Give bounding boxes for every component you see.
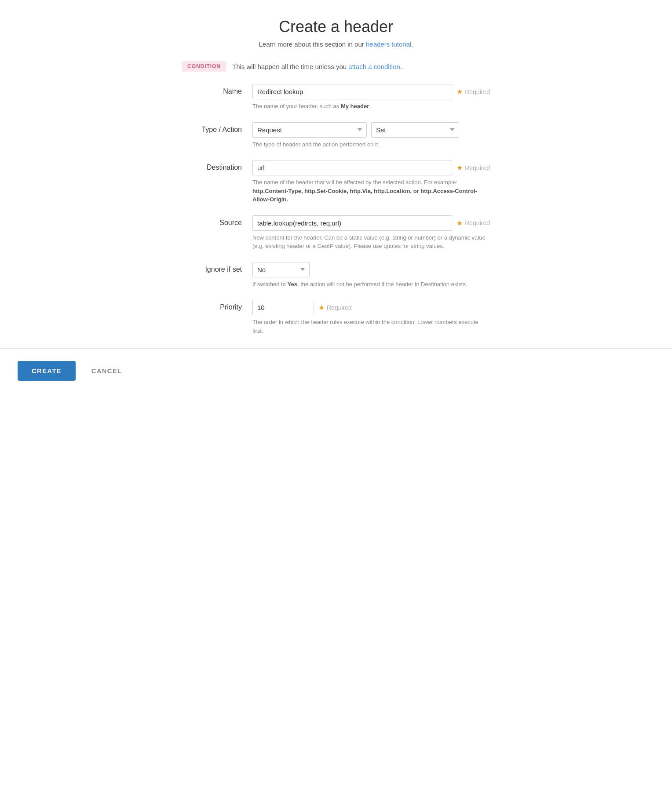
ignore-if-set-help: If switched to Yes, the action will not … bbox=[252, 280, 490, 289]
headers-tutorial-link[interactable]: headers tutorial bbox=[366, 40, 411, 48]
type-action-content: Request Response Set Append Delete Regex… bbox=[252, 122, 490, 149]
name-input[interactable] bbox=[252, 84, 452, 99]
cancel-button[interactable]: CANCEL bbox=[84, 361, 129, 381]
type-action-help: The type of header and the action perfor… bbox=[252, 140, 490, 149]
main-form-wrapper: Create a header Learn more about this se… bbox=[164, 0, 508, 335]
destination-content: ★ Required The name of the header that w… bbox=[252, 160, 490, 204]
source-required-marker: ★ Required bbox=[457, 219, 490, 227]
destination-label: Destination bbox=[182, 160, 252, 171]
destination-required-label: Required bbox=[465, 164, 490, 171]
condition-text-suffix: . bbox=[400, 63, 402, 70]
condition-text: This will happen all the time unless you… bbox=[232, 63, 402, 70]
priority-required-star: ★ bbox=[318, 303, 325, 312]
ignore-if-set-select[interactable]: No Yes bbox=[252, 262, 310, 277]
destination-row: Destination ★ Required The name of the h… bbox=[182, 160, 490, 204]
priority-help: The order in which the header rules exec… bbox=[252, 318, 490, 335]
priority-label: Priority bbox=[182, 300, 252, 311]
priority-content: ★ Required The order in which the header… bbox=[252, 300, 490, 335]
type-action-label: Type / Action bbox=[182, 122, 252, 134]
condition-badge: CONDITION bbox=[182, 61, 226, 72]
type-action-row: Type / Action Request Response Set Appen… bbox=[182, 122, 490, 149]
destination-required-marker: ★ Required bbox=[457, 164, 490, 172]
source-row: Source ★ Required New content for the he… bbox=[182, 215, 490, 251]
destination-help: The name of the header that will be affe… bbox=[252, 178, 490, 204]
source-content: ★ Required New content for the header. C… bbox=[252, 215, 490, 251]
priority-input-group: ★ Required bbox=[252, 300, 490, 315]
source-label: Source bbox=[182, 215, 252, 227]
create-button[interactable]: CREATE bbox=[18, 361, 76, 381]
condition-bar: CONDITION This will happen all the time … bbox=[182, 61, 490, 72]
source-help: New content for the header. Can be a sta… bbox=[252, 233, 490, 251]
subtitle-suffix: . bbox=[411, 40, 413, 48]
priority-required-label: Required bbox=[327, 304, 352, 311]
name-required-star: ★ bbox=[457, 87, 463, 96]
name-help: The name of your header, such as My head… bbox=[252, 102, 490, 111]
priority-row: Priority ★ Required The order in which t… bbox=[182, 300, 490, 335]
source-input-group: ★ Required bbox=[252, 215, 490, 231]
name-content: ★ Required The name of your header, such… bbox=[252, 84, 490, 111]
priority-input[interactable] bbox=[252, 300, 314, 315]
ignore-if-set-content: No Yes If switched to Yes, the action wi… bbox=[252, 262, 490, 289]
destination-input[interactable] bbox=[252, 160, 452, 175]
attach-condition-link[interactable]: attach a condition bbox=[348, 63, 400, 70]
priority-required-marker: ★ Required bbox=[318, 303, 352, 312]
condition-text-prefix: This will happen all the time unless you bbox=[232, 63, 348, 70]
ignore-if-set-label: Ignore if set bbox=[182, 262, 252, 273]
ignore-if-set-row: Ignore if set No Yes If switched to Yes,… bbox=[182, 262, 490, 289]
name-required-label: Required bbox=[465, 88, 490, 95]
destination-input-group: ★ Required bbox=[252, 160, 490, 175]
page-title: Create a header bbox=[182, 18, 490, 36]
type-action-selects: Request Response Set Append Delete Regex bbox=[252, 122, 490, 138]
subtitle-text: Learn more about this section in our bbox=[259, 40, 365, 48]
footer: CREATE CANCEL bbox=[0, 348, 672, 393]
source-required-label: Required bbox=[465, 219, 490, 226]
name-label: Name bbox=[182, 84, 252, 95]
page-subtitle: Learn more about this section in our hea… bbox=[182, 40, 490, 48]
name-input-group: ★ Required bbox=[252, 84, 490, 99]
name-row: Name ★ Required The name of your header,… bbox=[182, 84, 490, 111]
source-required-star: ★ bbox=[457, 219, 463, 227]
name-required-marker: ★ Required bbox=[457, 87, 490, 96]
action-select[interactable]: Set Append Delete Regex bbox=[371, 122, 459, 138]
type-select[interactable]: Request Response bbox=[252, 122, 367, 138]
destination-required-star: ★ bbox=[457, 164, 463, 172]
source-input[interactable] bbox=[252, 215, 452, 231]
